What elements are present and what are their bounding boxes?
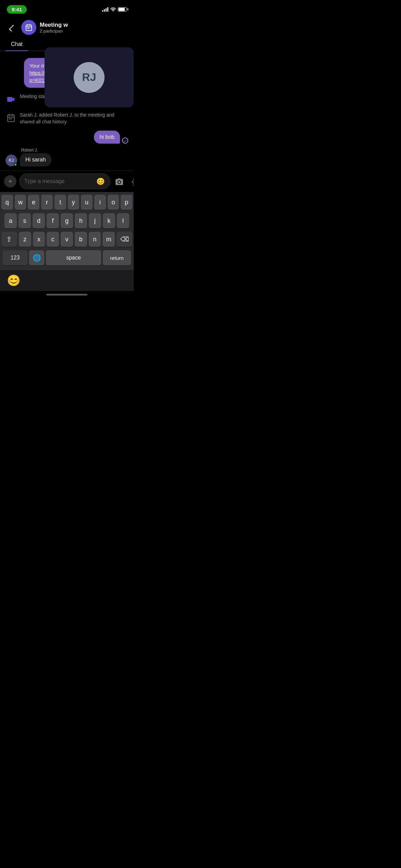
keyboard-row-2: a s d f g h j k l — [1, 213, 132, 228]
keyboard-row-4: 123 🌐 space return — [1, 250, 132, 268]
key-r[interactable]: r — [41, 195, 53, 210]
emoji-button[interactable]: 😊 — [96, 177, 105, 186]
battery-icon — [118, 7, 127, 12]
status-icons — [102, 7, 127, 12]
key-a[interactable]: a — [4, 213, 17, 228]
header-avatar — [21, 20, 36, 35]
incoming-sender-name: Robert J. — [20, 148, 51, 153]
key-g[interactable]: g — [61, 213, 73, 228]
incoming-content: Robert J. Hi sarah — [20, 148, 51, 166]
keyboard: q w e r t y u i o p a s d f g h j k l ⇧ … — [0, 192, 134, 269]
key-e[interactable]: e — [28, 195, 39, 210]
svg-rect-12 — [11, 118, 12, 119]
status-time: 9:41 — [7, 5, 27, 14]
key-n[interactable]: n — [89, 232, 101, 247]
key-t[interactable]: t — [54, 195, 66, 210]
key-z[interactable]: z — [19, 232, 31, 247]
participant-count: 2 participan — [40, 28, 128, 34]
svg-rect-14 — [133, 178, 134, 182]
calendar-header-icon — [25, 24, 33, 31]
incoming-hi-sarah-row: RJ Robert J. Hi sarah — [5, 148, 128, 166]
svg-rect-11 — [9, 118, 10, 119]
added-to-meeting-msg: Sarah J. added Robert J. to the meeting … — [5, 110, 128, 126]
key-f[interactable]: f — [47, 213, 59, 228]
back-button[interactable] — [5, 21, 18, 34]
camera-button[interactable] — [113, 175, 125, 188]
key-u[interactable]: u — [81, 195, 93, 210]
online-indicator — [14, 163, 17, 166]
key-p[interactable]: p — [121, 195, 132, 210]
key-y[interactable]: y — [68, 195, 80, 210]
globe-key[interactable]: 🌐 — [29, 250, 44, 265]
keyboard-row-3: ⇧ z x c v b n m ⌫ — [1, 232, 132, 247]
key-d[interactable]: d — [33, 213, 45, 228]
robert-avatar: RJ — [5, 155, 17, 166]
status-bar: 9:41 — [0, 0, 134, 17]
message-input[interactable] — [24, 178, 93, 184]
delete-key[interactable]: ⌫ — [117, 232, 132, 247]
header: Meeting w 2 participan RJ — [0, 17, 134, 38]
key-m[interactable]: m — [102, 232, 115, 247]
svg-point-13 — [118, 181, 121, 183]
signal-icon — [102, 7, 108, 12]
key-o[interactable]: o — [108, 195, 119, 210]
added-to-meeting-text: Sarah J. added Robert J. to the meeting … — [20, 112, 128, 125]
hi-bob-bubble: hi bob — [94, 131, 120, 144]
hi-bob-row: hi bob — [5, 131, 128, 144]
header-info: Meeting w 2 participan — [40, 22, 128, 34]
home-bar — [46, 294, 87, 296]
return-key[interactable]: return — [103, 250, 131, 265]
key-h[interactable]: h — [75, 213, 87, 228]
key-b[interactable]: b — [75, 232, 87, 247]
video-camera-icon — [5, 94, 16, 105]
video-overlay[interactable]: RJ — [45, 47, 134, 107]
key-w[interactable]: w — [15, 195, 26, 210]
svg-rect-4 — [27, 28, 28, 29]
key-l[interactable]: l — [117, 213, 129, 228]
svg-rect-0 — [26, 25, 32, 31]
calendar-system-icon — [5, 112, 16, 123]
tab-chat[interactable]: Chat — [5, 38, 28, 51]
keyboard-row-1: q w e r t y u i o p — [1, 195, 132, 210]
key-q[interactable]: q — [1, 195, 13, 210]
wifi-icon — [110, 7, 116, 11]
space-key[interactable]: space — [46, 250, 101, 265]
key-k[interactable]: k — [103, 213, 115, 228]
emoji-bar: 😊 — [0, 269, 134, 291]
key-v[interactable]: v — [61, 232, 73, 247]
key-s[interactable]: s — [19, 213, 31, 228]
key-x[interactable]: x — [33, 232, 45, 247]
mic-button[interactable] — [128, 175, 134, 188]
video-avatar: RJ — [74, 62, 105, 93]
home-indicator — [0, 291, 134, 300]
svg-rect-5 — [28, 28, 29, 29]
emoji-face-button[interactable]: 😊 — [7, 274, 21, 287]
meeting-title: Meeting w — [40, 22, 95, 28]
message-input-wrap: 😊 — [19, 173, 110, 189]
key-j[interactable]: j — [89, 213, 101, 228]
shift-key[interactable]: ⇧ — [1, 232, 17, 247]
svg-rect-6 — [7, 97, 12, 102]
input-bar: + 😊 — [0, 170, 134, 192]
message-checkmark — [122, 137, 128, 144]
add-button[interactable]: + — [4, 175, 16, 188]
key-i[interactable]: i — [94, 195, 106, 210]
hi-sarah-bubble: Hi sarah — [20, 153, 51, 166]
key-c[interactable]: c — [47, 232, 59, 247]
numbers-key[interactable]: 123 — [3, 250, 27, 265]
